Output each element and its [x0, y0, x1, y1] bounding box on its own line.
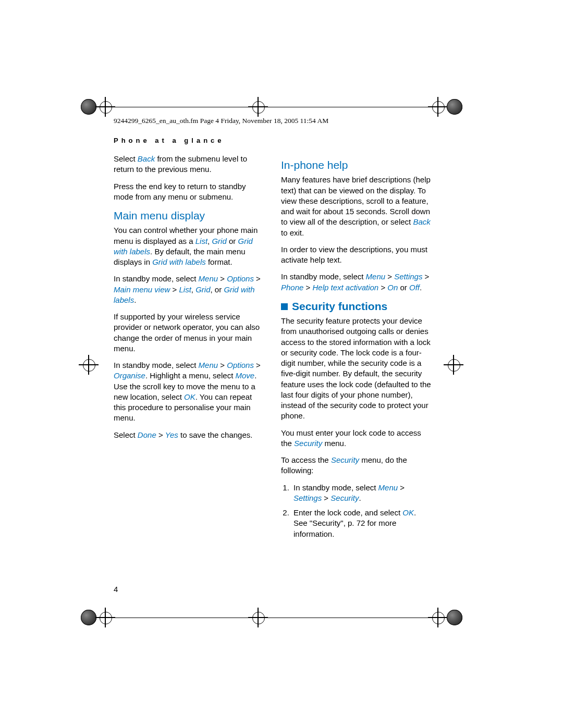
ui-term: Main menu view: [114, 285, 170, 294]
paragraph: In order to view the descriptions, you m…: [281, 244, 432, 266]
registration-mark-icon: [81, 91, 112, 122]
ui-term: Options: [227, 274, 254, 283]
ui-term: Security: [331, 455, 359, 464]
ui-term: OK: [184, 392, 195, 401]
list-item: In standby mode, select Menu > Settings …: [291, 483, 432, 504]
ui-term: Done: [138, 430, 156, 439]
registration-mark-icon: [430, 602, 461, 633]
registration-mark-icon: [73, 349, 104, 380]
ui-term: Settings: [293, 493, 322, 502]
ui-term: List: [195, 237, 207, 245]
crop-line: [115, 107, 430, 107]
ordered-list: In standby mode, select Menu > Settings …: [281, 483, 432, 539]
ui-term: Menu: [199, 274, 218, 283]
registration-mark-icon: [438, 349, 469, 380]
ui-term: Help text activation: [312, 283, 378, 292]
paragraph: Select Done > Yes to save the changes.: [114, 430, 264, 440]
ui-term: OK: [402, 508, 414, 517]
section-title: Phone at a glance: [114, 137, 432, 144]
ui-term: List: [179, 285, 191, 294]
ui-term: Menu: [366, 272, 386, 281]
paragraph: In standby mode, select Menu > Options >…: [114, 360, 264, 424]
ui-term: Move: [235, 371, 254, 380]
paragraph: Many features have brief descriptions (h…: [281, 175, 432, 238]
paragraph: In standby mode, select Menu > Settings …: [281, 272, 432, 293]
registration-mark-icon: [430, 91, 461, 122]
paragraph: In standby mode, select Menu > Options >…: [114, 274, 264, 305]
ui-term: Security: [294, 439, 322, 448]
ui-term: Back: [413, 217, 430, 226]
ui-term: Settings: [394, 272, 422, 281]
ui-term: Grid: [195, 285, 210, 294]
ui-term: On: [387, 283, 398, 292]
list-item: Enter the lock code, and select OK. See …: [291, 508, 432, 539]
paragraph: To access the Security menu, do the foll…: [281, 455, 432, 476]
page-number: 4: [114, 585, 118, 594]
paragraph: You can control whether your phone main …: [114, 225, 264, 267]
paragraph: Press the end key to return to standby m…: [114, 181, 264, 203]
ui-term: Menu: [199, 361, 218, 369]
paragraph: If supported by your wireless service pr…: [114, 312, 264, 354]
section-square-icon: [281, 303, 288, 310]
paragraph: You must enter your lock code to access …: [281, 428, 432, 449]
paragraph: Select Back from the submenu level to re…: [114, 154, 264, 175]
manual-page: 9244299_6265_en_au_oth.fm Page 4 Friday,…: [0, 0, 563, 728]
crop-line: [115, 618, 430, 618]
heading-security-functions: Security functions: [281, 299, 432, 314]
ui-term: Options: [227, 361, 254, 369]
ui-term: Menu: [378, 483, 398, 492]
ui-term: Grid: [212, 237, 226, 245]
ui-term: Security: [331, 493, 359, 502]
ui-term: Back: [138, 154, 155, 163]
heading-in-phone-help: In-phone help: [281, 158, 432, 172]
page-content: Phone at a glance Select Back from the s…: [114, 134, 432, 546]
ui-term: Yes: [165, 430, 178, 439]
text-columns: Select Back from the submenu level to re…: [114, 154, 432, 546]
heading-main-menu-display: Main menu display: [114, 208, 264, 223]
ui-term: Grid with labels: [152, 257, 206, 266]
ui-term: Phone: [281, 283, 303, 292]
ui-term: Off: [409, 283, 420, 292]
page-header-meta: 9244299_6265_en_au_oth.fm Page 4 Friday,…: [114, 117, 328, 125]
ui-term: Organise: [114, 371, 145, 380]
registration-mark-icon: [81, 602, 112, 633]
paragraph: The security feature protects your devic…: [281, 316, 432, 422]
